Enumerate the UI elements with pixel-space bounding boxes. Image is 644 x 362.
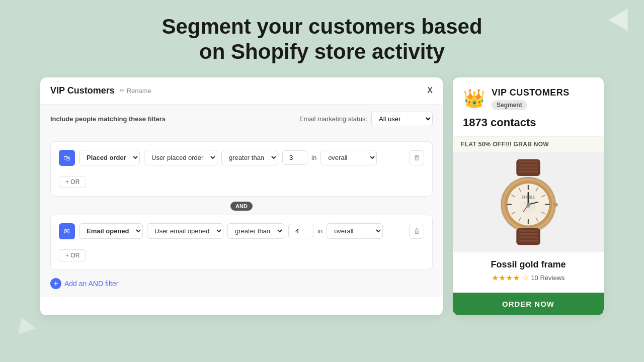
- filter2-number-input[interactable]: [288, 224, 313, 238]
- product-card: FLAT 50% OFF!!! GRAB NOW: [453, 137, 604, 315]
- product-name: Fossil gold frame: [461, 259, 596, 270]
- trash-icon: 🗑: [414, 154, 420, 161]
- order-now-button[interactable]: ORDER NOW: [453, 293, 604, 315]
- stars-full: ★★★★: [492, 273, 520, 283]
- svg-rect-1: [519, 160, 538, 162]
- and-badge: AND: [230, 202, 253, 211]
- builder-subheader: Include people matching these filters Em…: [40, 105, 443, 133]
- vip-name-block: VIP CUSTOMERS Segment: [492, 87, 570, 110]
- promo-banner: FLAT 50% OFF!!! GRAB NOW: [453, 137, 604, 152]
- filter2-in-label: in: [317, 227, 323, 235]
- product-image-area: FOSSIL: [453, 152, 604, 252]
- and-connector: AND: [50, 202, 433, 211]
- filter1-condition-select[interactable]: User placed order: [144, 150, 217, 165]
- rename-button[interactable]: ✏ Rename: [120, 87, 151, 95]
- filter2-period-select[interactable]: overall last 30 days last 90 days: [327, 223, 383, 239]
- svg-rect-2: [519, 164, 538, 166]
- vip-panel: 👑 VIP CUSTOMERS Segment 1873 contacts FL…: [453, 77, 604, 315]
- product-rating: ★★★★ ☆ 10 Reviews: [461, 273, 596, 283]
- filter2-operator-select[interactable]: greater than less than equal to: [227, 223, 284, 239]
- filter-instructions: Include people matching these filters: [50, 115, 166, 123]
- builder-title: VIP Customers: [50, 85, 115, 96]
- star-half: ☆: [522, 273, 529, 283]
- svg-rect-3: [519, 167, 538, 169]
- add-and-filter-button[interactable]: + Add an AND filter: [50, 278, 118, 289]
- filter-row-2: ✉ Email opened User email opened greater…: [59, 223, 424, 239]
- filter2-main-select[interactable]: Email opened: [79, 223, 143, 239]
- builder-body: 🛍 Placed order User placed order greater…: [40, 133, 443, 297]
- svg-rect-32: [519, 230, 538, 232]
- vip-contacts: 1873 contacts: [463, 116, 594, 129]
- review-count: 10 Reviews: [531, 274, 565, 282]
- svg-rect-33: [519, 233, 538, 235]
- page-title: Segment your customers based on Shopify …: [10, 14, 634, 65]
- builder-header: VIP Customers ✏ Rename X: [40, 77, 443, 105]
- crown-icon: 👑: [463, 88, 486, 109]
- email-status-select[interactable]: All user Subscribed Unsubscribed: [371, 112, 433, 126]
- trash-icon-2: 🗑: [414, 227, 420, 235]
- filter1-operator-select[interactable]: greater than less than equal to: [221, 150, 278, 165]
- svg-point-29: [527, 203, 530, 206]
- builder-title-row: VIP Customers ✏ Rename: [50, 85, 151, 96]
- svg-rect-4: [519, 170, 538, 172]
- pencil-icon: ✏: [120, 87, 125, 94]
- filter1-in-label: in: [311, 154, 316, 161]
- email-icon: ✉: [59, 223, 75, 239]
- vip-title-row: 👑 VIP CUSTOMERS Segment: [463, 87, 594, 110]
- segment-badge: Segment: [492, 100, 527, 110]
- vip-header: 👑 VIP CUSTOMERS Segment 1873 contacts: [453, 77, 604, 137]
- filter1-or-button[interactable]: + OR: [59, 176, 86, 188]
- email-status-row: Email marketing status: All user Subscri…: [299, 112, 433, 126]
- vip-name: VIP CUSTOMERS: [492, 87, 570, 98]
- filter-row-1: 🛍 Placed order User placed order greater…: [59, 150, 424, 166]
- filter1-period-select[interactable]: overall last 30 days last 90 days: [320, 150, 377, 165]
- filter2-or-button[interactable]: + OR: [59, 249, 86, 261]
- filter1-main-select[interactable]: Placed order: [79, 150, 140, 165]
- content-area: VIP Customers ✏ Rename X Include people …: [0, 77, 644, 315]
- filter1-delete-button[interactable]: 🗑: [409, 150, 424, 165]
- deco-triangle2: [13, 314, 35, 335]
- filter2-condition-select[interactable]: User email opened: [147, 223, 223, 239]
- svg-rect-34: [519, 236, 538, 238]
- filter2-delete-button[interactable]: 🗑: [409, 224, 424, 239]
- svg-rect-35: [519, 240, 538, 242]
- email-status-label: Email marketing status:: [299, 115, 367, 123]
- shopping-bag-icon: 🛍: [59, 150, 75, 166]
- plus-circle-icon: +: [50, 278, 61, 289]
- watch-image: FOSSIL: [488, 157, 569, 247]
- close-button[interactable]: X: [427, 86, 433, 95]
- filter-block-2: ✉ Email opened User email opened greater…: [50, 215, 433, 270]
- filter1-number-input[interactable]: [282, 150, 307, 165]
- svg-rect-30: [553, 203, 557, 207]
- filter-block-1: 🛍 Placed order User placed order greater…: [50, 141, 433, 197]
- segment-builder: VIP Customers ✏ Rename X Include people …: [40, 77, 443, 315]
- product-info: Fossil gold frame ★★★★ ☆ 10 Reviews: [453, 252, 604, 288]
- page-header: Segment your customers based on Shopify …: [0, 0, 644, 75]
